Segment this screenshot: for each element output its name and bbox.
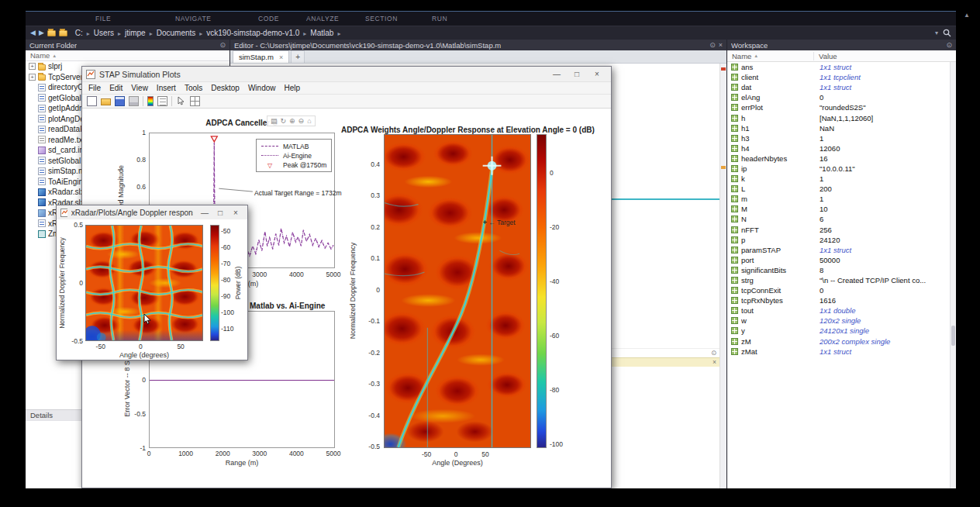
value-column-header[interactable]: Value [814, 52, 956, 60]
workspace-row[interactable]: h3 1 [727, 133, 956, 143]
panel-menu-icon[interactable]: ⊙ [219, 42, 226, 49]
open-file-icon[interactable] [101, 98, 111, 105]
toolstrip-section[interactable]: SECTION [365, 15, 398, 22]
workspace-row[interactable]: k 1 [727, 174, 956, 184]
close-button[interactable]: × [587, 70, 607, 78]
workspace-row[interactable]: headerNbytes 16 [727, 153, 956, 164]
forward-icon[interactable]: ▶ [39, 29, 44, 36]
workspace-row[interactable]: dat 1x1 struct [727, 82, 956, 92]
maximize-button[interactable]: □ [567, 70, 587, 78]
maximize-button[interactable]: □ [212, 209, 228, 217]
property-inspector-icon[interactable] [190, 96, 200, 106]
workspace-row[interactable]: tcpRxNbytes 1616 [727, 295, 956, 305]
name-column-header[interactable]: Name ▲ [727, 52, 814, 60]
search-icon[interactable] [943, 29, 951, 37]
rotate-icon[interactable]: ↻ [281, 117, 287, 125]
edit-plot-icon[interactable] [176, 96, 186, 106]
workspace-row[interactable]: significantBits 8 [727, 265, 956, 275]
toolstrip-section[interactable]: FILE [95, 15, 111, 22]
workspace-row[interactable]: zMat 1x1 struct [727, 347, 956, 357]
toolstrip-section[interactable]: RUN [432, 15, 447, 22]
close-icon[interactable]: × [719, 42, 723, 49]
figure-menu-item[interactable]: Window [248, 84, 276, 92]
new-figure-icon[interactable] [87, 96, 97, 106]
breadcrumb-item[interactable]: C: [75, 29, 94, 37]
workspace-row[interactable]: zM 200x2 complex single [727, 336, 956, 347]
close-icon[interactable]: × [713, 359, 716, 366]
figure-title-bar[interactable]: STAP Simulation Plots — □ × [82, 67, 611, 81]
editor-scrollbar[interactable] [719, 64, 726, 488]
breadcrumb-item[interactable]: vck190-simstap-demo-v1.0 [206, 29, 310, 37]
workspace-row[interactable]: m 1 [727, 194, 956, 204]
print-icon[interactable] [129, 96, 139, 106]
panel-menu-icon[interactable]: ⊙ [709, 42, 716, 49]
workspace-row[interactable]: tout 1x1 double [727, 305, 956, 316]
tab-simstap[interactable]: simStap.m × [233, 50, 289, 63]
collapse-toolstrip-icon[interactable]: ▲ [964, 12, 970, 19]
figure-menu-item[interactable]: Help [285, 84, 301, 92]
workspace-row[interactable]: h [NaN,1,1,12060] [727, 112, 956, 122]
workspace-row[interactable]: h1 NaN [727, 123, 956, 133]
scrollbar-thumb[interactable] [951, 326, 955, 346]
figure-menu-item[interactable]: Insert [157, 84, 176, 92]
legend[interactable]: MATLAB Ai-Engine Peak @1750m [256, 139, 332, 172]
home-icon[interactable]: ⌂ [307, 117, 311, 125]
zoom-in-icon[interactable]: ⊕ [289, 117, 295, 125]
workspace-row[interactable]: w 120x2 single [727, 316, 956, 326]
workspace-row[interactable]: elAng 0 [727, 92, 956, 102]
figure-menu-item[interactable]: Tools [185, 84, 202, 92]
workspace-row[interactable]: tcpConnExit 0 [727, 285, 956, 295]
workspace-row[interactable]: L 200 [727, 184, 956, 194]
save-axes-icon[interactable]: ▤ [271, 117, 278, 125]
browse-folder-icon[interactable] [59, 30, 67, 36]
insert-colorbar-icon[interactable] [147, 96, 154, 106]
workspace-row[interactable]: errPlot "roundedS2S" [727, 102, 956, 112]
save-figure-icon[interactable] [115, 96, 125, 106]
workspace-scrollbar[interactable] [950, 62, 956, 488]
figure-menu-item[interactable]: File [88, 84, 101, 92]
breadcrumb-item[interactable]: Matlab [310, 29, 344, 37]
figure-menu-item[interactable]: View [131, 84, 148, 92]
workspace-row[interactable]: ip "10.0.0.11" [727, 164, 956, 174]
workspace-row[interactable]: strg "\n -- Created TCP/IP Client co... [727, 275, 956, 285]
error-indicator[interactable] [721, 67, 726, 71]
minimize-button[interactable]: — [547, 70, 567, 78]
toolstrip-section[interactable]: ANALYZE [306, 15, 339, 22]
panel-menu-icon[interactable]: ⊙ [711, 350, 716, 357]
insert-legend-icon[interactable] [157, 96, 167, 106]
toolstrip-section[interactable]: NAVIGATE [175, 15, 212, 22]
figure-title-bar[interactable]: xRadar/Plots/Angle Doppler response at S… [57, 205, 247, 219]
workspace-row[interactable]: p 24120 [727, 235, 956, 245]
back-icon[interactable]: ◀ [30, 29, 36, 36]
workspace-row[interactable]: M 10 [727, 204, 956, 214]
heatmap-y-ticks: 0.40.30.20.10-0.1-0.2-0.3-0.4-0.5 [358, 160, 380, 450]
y-tick-label: 0 [142, 376, 146, 384]
workspace-row[interactable]: nFFT 256 [727, 225, 956, 235]
minimize-button[interactable]: — [197, 209, 212, 217]
chevron-down-icon[interactable]: ▾ [935, 29, 938, 36]
warning-indicator[interactable] [721, 166, 726, 169]
toolstrip-section[interactable]: CODE [258, 15, 279, 22]
zoom-out-icon[interactable]: ⊖ [298, 117, 305, 125]
figure-menu-item[interactable]: Edit [109, 84, 122, 92]
panel-menu-icon[interactable]: ⊙ [946, 42, 952, 49]
workspace-row[interactable]: client 1x1 tcpclient [727, 72, 956, 82]
figure-menu-item[interactable]: Desktop [211, 84, 240, 92]
breadcrumb-item[interactable]: jtimpe [125, 29, 157, 37]
workspace-row[interactable]: ans 1x1 struct [727, 62, 956, 72]
tab-close-icon[interactable]: × [279, 53, 283, 61]
breadcrumb-item[interactable]: Documents [157, 29, 207, 37]
breadcrumb-item[interactable]: Users [94, 29, 125, 37]
expand-icon[interactable] [29, 74, 36, 81]
workspace-row[interactable]: y 24120x1 single [727, 326, 956, 336]
workspace-row[interactable]: N 6 [727, 214, 956, 224]
figure-icon [86, 70, 95, 79]
workspace-row[interactable]: h4 12060 [727, 143, 956, 153]
expand-icon[interactable] [29, 63, 36, 70]
workspace-row[interactable]: port 50000 [727, 255, 956, 265]
up-folder-icon[interactable] [47, 30, 56, 36]
name-column-header[interactable]: Name ▲ [26, 50, 229, 61]
workspace-row[interactable]: paramSTAP 1x1 struct [727, 245, 956, 255]
close-button[interactable]: × [228, 209, 243, 217]
new-tab-button[interactable]: + [291, 50, 305, 63]
